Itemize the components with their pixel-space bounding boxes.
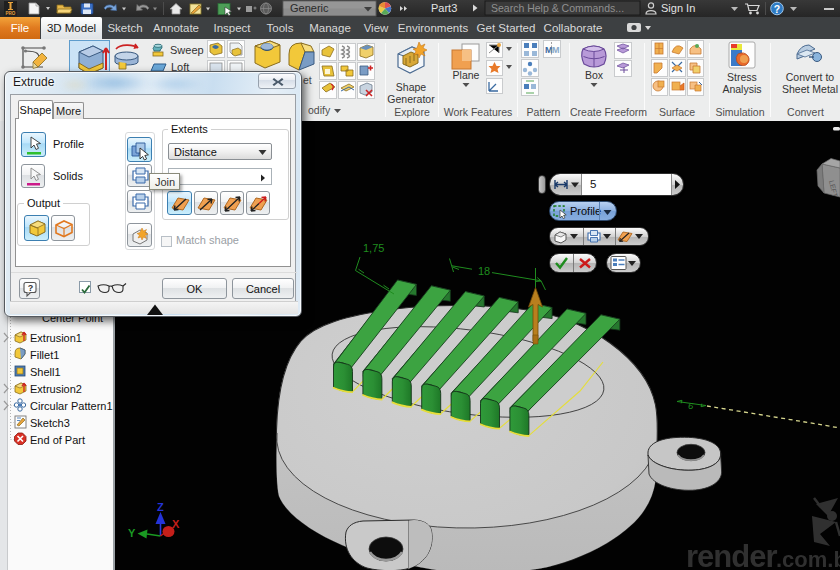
svg-text:1,75: 1,75 (363, 242, 384, 254)
svg-text:Part3: Part3 (431, 2, 457, 14)
svg-text:Extrusion2: Extrusion2 (30, 383, 82, 395)
svg-text:6: 6 (688, 400, 694, 411)
svg-text:?: ? (774, 3, 780, 15)
svg-text:X: X (172, 518, 180, 530)
svg-text:Search Help & Commands...: Search Help & Commands... (491, 2, 624, 14)
svg-text:render: render (686, 539, 777, 570)
svg-text:Shell1: Shell1 (30, 366, 61, 378)
svg-text:Z: Z (157, 501, 164, 513)
svg-text:Y: Y (128, 527, 136, 539)
svg-text:End of Part: End of Part (30, 434, 85, 446)
svg-text:Sketch3: Sketch3 (30, 417, 70, 429)
svg-text:18: 18 (478, 265, 490, 277)
svg-text:Fillet1: Fillet1 (30, 349, 59, 361)
svg-text:Extrusion1: Extrusion1 (30, 332, 82, 344)
svg-text:.com.b: .com.b (776, 547, 840, 570)
svg-text:?: ? (28, 283, 34, 293)
svg-text:Sign In: Sign In (661, 2, 695, 14)
svg-text:Circular Pattern1: Circular Pattern1 (30, 400, 113, 412)
svg-text:Generic: Generic (290, 2, 329, 14)
svg-text:PRO: PRO (6, 11, 16, 16)
